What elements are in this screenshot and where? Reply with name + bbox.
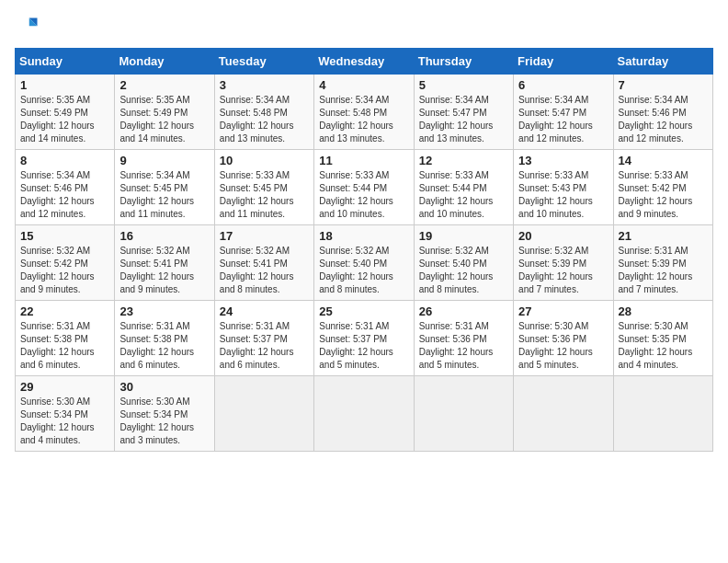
calendar-body: 1Sunrise: 5:35 AM Sunset: 5:49 PM Daylig… xyxy=(16,75,713,452)
day-number: 29 xyxy=(20,380,109,394)
cell-content: Sunrise: 5:30 AM Sunset: 5:35 PM Dayligh… xyxy=(619,320,708,372)
cell-content: Sunrise: 5:32 AM Sunset: 5:41 PM Dayligh… xyxy=(119,245,209,296)
day-number: 4 xyxy=(319,78,408,92)
week-row-2: 8Sunrise: 5:34 AM Sunset: 5:46 PM Daylig… xyxy=(16,150,713,225)
week-row-3: 15Sunrise: 5:32 AM Sunset: 5:42 PM Dayli… xyxy=(16,225,713,301)
day-number: 8 xyxy=(20,154,109,167)
calendar-cell: 26Sunrise: 5:31 AM Sunset: 5:36 PM Dayli… xyxy=(414,301,513,376)
cell-content: Sunrise: 5:31 AM Sunset: 5:38 PM Dayligh… xyxy=(20,320,109,372)
cell-content: Sunrise: 5:31 AM Sunset: 5:38 PM Dayligh… xyxy=(119,320,209,372)
day-number: 17 xyxy=(220,229,309,243)
header-row: SundayMondayTuesdayWednesdayThursdayFrid… xyxy=(16,49,713,75)
calendar-cell: 3Sunrise: 5:34 AM Sunset: 5:48 PM Daylig… xyxy=(214,75,313,150)
column-header-friday: Friday xyxy=(514,49,613,75)
calendar-cell: 14Sunrise: 5:33 AM Sunset: 5:42 PM Dayli… xyxy=(613,150,712,225)
day-number: 5 xyxy=(419,78,508,92)
calendar-header: SundayMondayTuesdayWednesdayThursdayFrid… xyxy=(16,49,713,75)
calendar-cell: 16Sunrise: 5:32 AM Sunset: 5:41 PM Dayli… xyxy=(115,225,214,301)
cell-content: Sunrise: 5:34 AM Sunset: 5:47 PM Dayligh… xyxy=(518,94,608,145)
calendar-cell: 5Sunrise: 5:34 AM Sunset: 5:47 PM Daylig… xyxy=(414,75,513,150)
day-number: 23 xyxy=(119,304,209,318)
day-number: 10 xyxy=(220,154,309,167)
day-number: 12 xyxy=(419,154,508,167)
calendar-cell: 25Sunrise: 5:31 AM Sunset: 5:37 PM Dayli… xyxy=(314,301,414,376)
day-number: 7 xyxy=(619,78,708,92)
day-number: 18 xyxy=(319,229,408,243)
day-number: 14 xyxy=(619,154,708,167)
calendar-cell: 23Sunrise: 5:31 AM Sunset: 5:38 PM Dayli… xyxy=(115,301,214,376)
day-number: 13 xyxy=(518,154,608,167)
calendar-cell: 4Sunrise: 5:34 AM Sunset: 5:48 PM Daylig… xyxy=(314,75,414,150)
calendar-cell: 10Sunrise: 5:33 AM Sunset: 5:45 PM Dayli… xyxy=(214,150,313,225)
calendar-cell: 7Sunrise: 5:34 AM Sunset: 5:46 PM Daylig… xyxy=(613,75,712,150)
day-number: 30 xyxy=(119,380,209,394)
page-header xyxy=(15,15,713,40)
cell-content: Sunrise: 5:32 AM Sunset: 5:41 PM Dayligh… xyxy=(220,245,309,296)
day-number: 19 xyxy=(419,229,508,243)
day-number: 28 xyxy=(619,304,708,318)
cell-content: Sunrise: 5:35 AM Sunset: 5:49 PM Dayligh… xyxy=(20,94,109,145)
cell-content: Sunrise: 5:34 AM Sunset: 5:48 PM Dayligh… xyxy=(220,94,309,145)
column-header-monday: Monday xyxy=(115,49,214,75)
calendar-cell: 8Sunrise: 5:34 AM Sunset: 5:46 PM Daylig… xyxy=(16,150,115,225)
calendar-cell xyxy=(414,376,513,452)
calendar-cell: 20Sunrise: 5:32 AM Sunset: 5:39 PM Dayli… xyxy=(514,225,613,301)
cell-content: Sunrise: 5:32 AM Sunset: 5:42 PM Dayligh… xyxy=(20,245,109,296)
day-number: 9 xyxy=(119,154,209,167)
calendar-cell: 21Sunrise: 5:31 AM Sunset: 5:39 PM Dayli… xyxy=(613,225,712,301)
day-number: 27 xyxy=(518,304,608,318)
cell-content: Sunrise: 5:32 AM Sunset: 5:39 PM Dayligh… xyxy=(518,245,608,296)
day-number: 11 xyxy=(319,154,408,167)
calendar-cell xyxy=(613,376,712,452)
calendar-cell: 2Sunrise: 5:35 AM Sunset: 5:49 PM Daylig… xyxy=(115,75,214,150)
calendar-cell: 27Sunrise: 5:30 AM Sunset: 5:36 PM Dayli… xyxy=(514,301,613,376)
cell-content: Sunrise: 5:33 AM Sunset: 5:42 PM Dayligh… xyxy=(619,169,708,221)
calendar-cell: 9Sunrise: 5:34 AM Sunset: 5:45 PM Daylig… xyxy=(115,150,214,225)
cell-content: Sunrise: 5:35 AM Sunset: 5:49 PM Dayligh… xyxy=(119,94,209,145)
calendar-cell xyxy=(514,376,613,452)
week-row-4: 22Sunrise: 5:31 AM Sunset: 5:38 PM Dayli… xyxy=(16,301,713,376)
calendar-cell xyxy=(314,376,414,452)
calendar-cell: 11Sunrise: 5:33 AM Sunset: 5:44 PM Dayli… xyxy=(314,150,414,225)
day-number: 21 xyxy=(619,229,708,243)
calendar-cell: 24Sunrise: 5:31 AM Sunset: 5:37 PM Dayli… xyxy=(214,301,313,376)
day-number: 24 xyxy=(220,304,309,318)
calendar-cell: 18Sunrise: 5:32 AM Sunset: 5:40 PM Dayli… xyxy=(314,225,414,301)
calendar-cell: 19Sunrise: 5:32 AM Sunset: 5:40 PM Dayli… xyxy=(414,225,513,301)
cell-content: Sunrise: 5:32 AM Sunset: 5:40 PM Dayligh… xyxy=(419,245,508,296)
calendar-cell: 29Sunrise: 5:30 AM Sunset: 5:34 PM Dayli… xyxy=(16,376,115,452)
cell-content: Sunrise: 5:33 AM Sunset: 5:44 PM Dayligh… xyxy=(319,169,408,221)
calendar-cell xyxy=(214,376,313,452)
cell-content: Sunrise: 5:31 AM Sunset: 5:39 PM Dayligh… xyxy=(619,245,708,296)
day-number: 26 xyxy=(419,304,508,318)
column-header-wednesday: Wednesday xyxy=(314,49,414,75)
cell-content: Sunrise: 5:33 AM Sunset: 5:43 PM Dayligh… xyxy=(518,169,608,221)
calendar-cell: 28Sunrise: 5:30 AM Sunset: 5:35 PM Dayli… xyxy=(613,301,712,376)
cell-content: Sunrise: 5:34 AM Sunset: 5:46 PM Dayligh… xyxy=(619,94,708,145)
week-row-1: 1Sunrise: 5:35 AM Sunset: 5:49 PM Daylig… xyxy=(16,75,713,150)
week-row-5: 29Sunrise: 5:30 AM Sunset: 5:34 PM Dayli… xyxy=(16,376,713,452)
cell-content: Sunrise: 5:32 AM Sunset: 5:40 PM Dayligh… xyxy=(319,245,408,296)
day-number: 22 xyxy=(20,304,109,318)
day-number: 1 xyxy=(20,78,109,92)
calendar-cell: 17Sunrise: 5:32 AM Sunset: 5:41 PM Dayli… xyxy=(214,225,313,301)
calendar-table: SundayMondayTuesdayWednesdayThursdayFrid… xyxy=(15,48,713,452)
cell-content: Sunrise: 5:30 AM Sunset: 5:34 PM Dayligh… xyxy=(20,396,109,447)
cell-content: Sunrise: 5:34 AM Sunset: 5:48 PM Dayligh… xyxy=(319,94,408,145)
logo xyxy=(15,15,44,40)
cell-content: Sunrise: 5:30 AM Sunset: 5:36 PM Dayligh… xyxy=(518,320,608,372)
column-header-sunday: Sunday xyxy=(16,49,115,75)
column-header-tuesday: Tuesday xyxy=(214,49,313,75)
cell-content: Sunrise: 5:33 AM Sunset: 5:45 PM Dayligh… xyxy=(220,169,309,221)
day-number: 25 xyxy=(319,304,408,318)
day-number: 16 xyxy=(119,229,209,243)
calendar-cell: 13Sunrise: 5:33 AM Sunset: 5:43 PM Dayli… xyxy=(514,150,613,225)
calendar-cell: 15Sunrise: 5:32 AM Sunset: 5:42 PM Dayli… xyxy=(16,225,115,301)
cell-content: Sunrise: 5:31 AM Sunset: 5:37 PM Dayligh… xyxy=(220,320,309,372)
calendar-cell: 22Sunrise: 5:31 AM Sunset: 5:38 PM Dayli… xyxy=(16,301,115,376)
day-number: 15 xyxy=(20,229,109,243)
calendar-cell: 6Sunrise: 5:34 AM Sunset: 5:47 PM Daylig… xyxy=(514,75,613,150)
calendar-cell: 1Sunrise: 5:35 AM Sunset: 5:49 PM Daylig… xyxy=(16,75,115,150)
column-header-saturday: Saturday xyxy=(613,49,712,75)
calendar-cell: 30Sunrise: 5:30 AM Sunset: 5:34 PM Dayli… xyxy=(115,376,214,452)
